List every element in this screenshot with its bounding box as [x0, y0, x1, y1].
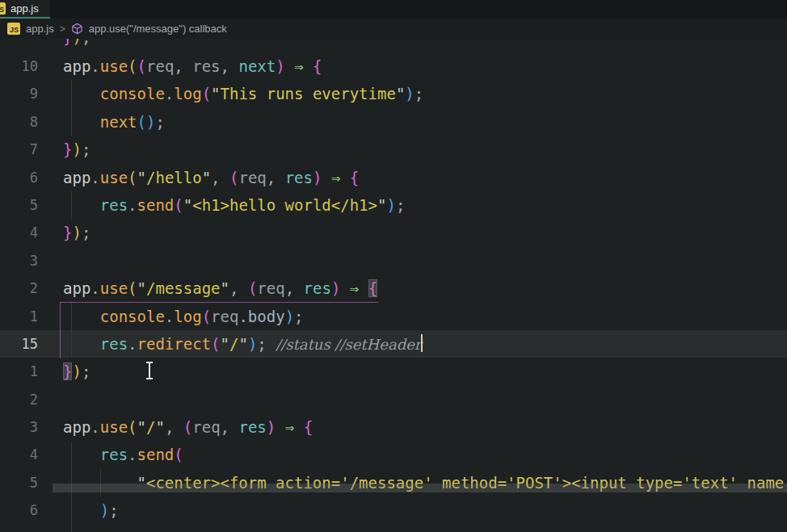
code-line[interactable]: }); [0, 39, 787, 52]
code-token: { [368, 279, 377, 297]
code-token: req [211, 308, 238, 325]
code-line[interactable]: 2 [0, 386, 787, 413]
code-token: ( [202, 308, 211, 325]
code-token [322, 169, 330, 186]
indent-guide [71, 303, 72, 358]
code-token: ( [137, 113, 146, 131]
line-number[interactable]: 8 [0, 108, 38, 136]
code-line-content [38, 247, 63, 274]
code-line[interactable]: 1 console.log(req.body); [0, 303, 787, 330]
line-number[interactable]: 5 [0, 469, 38, 496]
code-token [304, 57, 313, 75]
code-line[interactable]: 10app.use((req, res, next) ⇒ { [0, 52, 787, 80]
symbol-method-icon [71, 23, 83, 35]
tab-app-js[interactable]: JS app.js [0, 0, 50, 19]
code-line[interactable]: 1}); [0, 358, 787, 385]
line-number[interactable]: 1 [0, 303, 38, 330]
code-token: req [238, 169, 266, 186]
code-line[interactable]: 15 res.redirect("/"); //status //setHead… [0, 330, 787, 358]
code-line[interactable]: }); [0, 525, 787, 532]
code-token: ) [276, 57, 284, 75]
code-token: res [100, 446, 128, 463]
line-number[interactable]: 7 [0, 136, 38, 163]
code-token: app [63, 279, 90, 297]
line-number[interactable]: 2 [0, 386, 38, 413]
code-token: , [267, 169, 285, 186]
code-token: , [221, 418, 239, 436]
code-line[interactable]: 6app.use("/hello", (req, res) ⇒ { [0, 164, 787, 191]
mouse-ibeam-cursor [145, 362, 154, 379]
code-line[interactable]: 4}); [0, 219, 787, 246]
code-line[interactable]: 8 next(); [0, 108, 787, 136]
line-number[interactable]: 2 [0, 274, 38, 302]
code-token: ( [128, 57, 137, 75]
code-token: ( [248, 279, 257, 297]
text-caret [421, 334, 423, 352]
line-number[interactable]: 15 [0, 330, 38, 358]
code-token: , [174, 57, 192, 75]
code-token: ; [415, 85, 423, 103]
code-line[interactable]: 7}); [0, 136, 787, 163]
code-token: " [221, 279, 229, 297]
code-editor[interactable]: });10app.use((req, res, next) ⇒ {9 conso… [0, 39, 787, 532]
code-token: . [128, 335, 137, 353]
code-token: ) [331, 279, 340, 297]
code-token: ; [82, 39, 90, 46]
code-line-content: console.log("This runs everytime"); [38, 80, 423, 107]
code-line-content: }); [38, 219, 90, 246]
code-token: . [165, 308, 174, 325]
code-token: ; [82, 140, 90, 158]
line-number[interactable]: 4 [0, 441, 38, 468]
code-token: This runs everytime [221, 85, 396, 103]
code-token: app [63, 169, 90, 186]
code-line-content: }); [38, 525, 90, 532]
code-token: ( [202, 85, 211, 103]
code-token: . [90, 169, 99, 186]
code-token: { [313, 57, 322, 75]
editor-tab-bar: JS app.js [0, 0, 787, 19]
code-line[interactable]: 9 console.log("This runs everytime"); [0, 80, 787, 107]
code-token: " [211, 85, 220, 103]
line-number[interactable]: 4 [0, 219, 38, 246]
code-token: . [90, 418, 99, 436]
breadcrumb-item-symbol[interactable]: app.use("/message") callback [89, 23, 227, 35]
code-token: , [285, 279, 304, 297]
breadcrumb-item-file[interactable]: app.js [26, 23, 54, 35]
code-line[interactable]: 3app.use("/", (req, res) ⇒ { [0, 413, 787, 441]
code-token: ⇒ [350, 279, 359, 297]
code-token: ) [248, 335, 257, 353]
line-number[interactable]: 6 [0, 164, 38, 191]
line-number[interactable] [0, 525, 38, 532]
line-number[interactable] [0, 39, 38, 52]
code-token: use [100, 418, 128, 436]
code-token: ) [405, 85, 414, 103]
code-token: send [137, 446, 175, 463]
code-line[interactable]: 5 res.send("<h1>hello world</h1>"); [0, 191, 787, 219]
code-token: ⇒ [294, 57, 303, 75]
code-token: ) [72, 362, 81, 380]
code-line[interactable]: 4 res.send( [0, 441, 787, 468]
code-token [63, 196, 100, 214]
code-token: } [63, 39, 72, 46]
code-line[interactable]: 2app.use("/message", (req, res) ⇒ { [0, 274, 787, 302]
line-number[interactable]: 5 [0, 191, 38, 219]
line-number[interactable]: 6 [0, 496, 38, 524]
code-token: " [137, 418, 146, 436]
code-line[interactable]: 6 ); [0, 496, 787, 524]
code-token: use [100, 169, 128, 186]
code-token: , [211, 169, 229, 186]
line-number[interactable]: 3 [0, 413, 38, 441]
code-line[interactable]: 3 [0, 247, 787, 274]
line-number[interactable]: 1 [0, 358, 38, 385]
code-line-content: console.log(req.body); [38, 303, 304, 330]
line-number[interactable]: 3 [0, 247, 38, 274]
code-token: ; [294, 308, 303, 325]
line-number[interactable]: 10 [0, 52, 38, 80]
line-number[interactable]: 9 [0, 80, 38, 107]
code-token [63, 113, 100, 131]
bracket-pair-guide [60, 302, 378, 303]
code-token [294, 418, 303, 436]
horizontal-scrollbar[interactable] [53, 484, 787, 492]
code-token: ; [155, 113, 164, 131]
code-token: log [174, 308, 201, 325]
